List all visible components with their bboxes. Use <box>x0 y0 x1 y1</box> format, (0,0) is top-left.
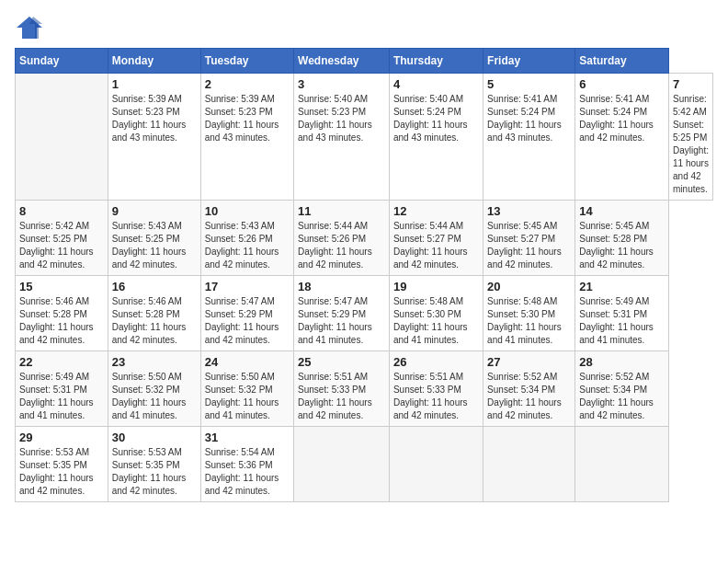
calendar-cell: 16Sunrise: 5:46 AMSunset: 5:28 PMDayligh… <box>108 276 200 351</box>
day-info: Sunrise: 5:45 AMSunset: 5:27 PMDaylight:… <box>487 220 571 271</box>
day-number: 12 <box>393 204 479 218</box>
logo <box>15 15 48 40</box>
day-info: Sunrise: 5:48 AMSunset: 5:30 PMDaylight:… <box>393 295 479 347</box>
day-number: 23 <box>112 355 197 369</box>
column-header-thursday: Thursday <box>389 49 483 74</box>
calendar-week-2: 8Sunrise: 5:42 AMSunset: 5:25 PMDaylight… <box>16 201 713 276</box>
column-header-friday: Friday <box>483 49 575 74</box>
calendar-week-1: 1Sunrise: 5:39 AMSunset: 5:23 PMDaylight… <box>16 74 713 201</box>
calendar-week-3: 15Sunrise: 5:46 AMSunset: 5:28 PMDayligh… <box>16 276 713 351</box>
column-header-wednesday: Wednesday <box>294 49 390 74</box>
calendar-cell: 17Sunrise: 5:47 AMSunset: 5:29 PMDayligh… <box>200 276 293 351</box>
column-header-sunday: Sunday <box>16 49 108 74</box>
calendar-cell: 31Sunrise: 5:54 AMSunset: 5:36 PMDayligh… <box>200 427 293 502</box>
day-number: 8 <box>19 204 104 218</box>
day-info: Sunrise: 5:53 AMSunset: 5:35 PMDaylight:… <box>112 446 197 498</box>
page-header <box>15 15 713 40</box>
calendar-cell: 21Sunrise: 5:49 AMSunset: 5:31 PMDayligh… <box>575 276 669 351</box>
day-info: Sunrise: 5:42 AMSunset: 5:25 PMDaylight:… <box>19 220 104 271</box>
day-number: 6 <box>579 77 665 91</box>
calendar-cell: 15Sunrise: 5:46 AMSunset: 5:28 PMDayligh… <box>16 276 108 351</box>
day-info: Sunrise: 5:53 AMSunset: 5:35 PMDaylight:… <box>19 446 104 498</box>
header-row: SundayMondayTuesdayWednesdayThursdayFrid… <box>16 49 713 74</box>
calendar-cell: 12Sunrise: 5:44 AMSunset: 5:27 PMDayligh… <box>389 201 483 276</box>
day-info: Sunrise: 5:44 AMSunset: 5:27 PMDaylight:… <box>393 220 479 271</box>
day-number: 19 <box>393 280 479 293</box>
day-number: 1 <box>112 77 197 91</box>
calendar-cell <box>294 427 390 502</box>
column-header-monday: Monday <box>108 49 200 74</box>
calendar-cell: 14Sunrise: 5:45 AMSunset: 5:28 PMDayligh… <box>575 201 669 276</box>
day-info: Sunrise: 5:46 AMSunset: 5:28 PMDaylight:… <box>112 295 197 347</box>
day-info: Sunrise: 5:40 AMSunset: 5:23 PMDaylight:… <box>298 93 385 144</box>
day-number: 7 <box>673 77 709 91</box>
day-info: Sunrise: 5:41 AMSunset: 5:24 PMDaylight:… <box>579 93 665 144</box>
day-number: 24 <box>205 355 290 369</box>
day-info: Sunrise: 5:43 AMSunset: 5:26 PMDaylight:… <box>205 220 290 271</box>
day-info: Sunrise: 5:51 AMSunset: 5:33 PMDaylight:… <box>298 371 385 422</box>
day-info: Sunrise: 5:43 AMSunset: 5:25 PMDaylight:… <box>112 220 197 271</box>
logo-icon <box>15 15 44 40</box>
day-number: 21 <box>579 280 665 293</box>
day-info: Sunrise: 5:45 AMSunset: 5:28 PMDaylight:… <box>579 220 665 271</box>
calendar-cell: 7Sunrise: 5:42 AMSunset: 5:25 PMDaylight… <box>669 74 713 201</box>
column-header-saturday: Saturday <box>575 49 669 74</box>
calendar-cell: 25Sunrise: 5:51 AMSunset: 5:33 PMDayligh… <box>294 351 390 427</box>
day-number: 18 <box>298 280 385 293</box>
day-number: 10 <box>205 204 290 218</box>
day-info: Sunrise: 5:49 AMSunset: 5:31 PMDaylight:… <box>579 295 665 347</box>
calendar-cell: 4Sunrise: 5:40 AMSunset: 5:24 PMDaylight… <box>389 74 483 201</box>
day-number: 2 <box>205 77 290 91</box>
calendar-cell: 6Sunrise: 5:41 AMSunset: 5:24 PMDaylight… <box>575 74 669 201</box>
day-info: Sunrise: 5:40 AMSunset: 5:24 PMDaylight:… <box>393 93 479 144</box>
calendar-cell: 5Sunrise: 5:41 AMSunset: 5:24 PMDaylight… <box>483 74 575 201</box>
calendar-cell: 11Sunrise: 5:44 AMSunset: 5:26 PMDayligh… <box>294 201 390 276</box>
calendar-cell: 20Sunrise: 5:48 AMSunset: 5:30 PMDayligh… <box>483 276 575 351</box>
calendar-cell: 3Sunrise: 5:40 AMSunset: 5:23 PMDaylight… <box>294 74 390 201</box>
calendar-cell: 8Sunrise: 5:42 AMSunset: 5:25 PMDaylight… <box>16 201 108 276</box>
day-info: Sunrise: 5:52 AMSunset: 5:34 PMDaylight:… <box>579 371 665 422</box>
column-header-tuesday: Tuesday <box>200 49 293 74</box>
day-number: 3 <box>298 77 385 91</box>
calendar-cell: 9Sunrise: 5:43 AMSunset: 5:25 PMDaylight… <box>108 201 200 276</box>
calendar-cell: 19Sunrise: 5:48 AMSunset: 5:30 PMDayligh… <box>389 276 483 351</box>
calendar-cell: 10Sunrise: 5:43 AMSunset: 5:26 PMDayligh… <box>200 201 293 276</box>
calendar-week-4: 22Sunrise: 5:49 AMSunset: 5:31 PMDayligh… <box>16 351 713 427</box>
day-number: 14 <box>579 204 665 218</box>
day-info: Sunrise: 5:42 AMSunset: 5:25 PMDaylight:… <box>673 93 709 196</box>
calendar-cell <box>575 427 669 502</box>
day-number: 16 <box>112 280 197 293</box>
day-number: 15 <box>19 280 104 293</box>
calendar-cell: 30Sunrise: 5:53 AMSunset: 5:35 PMDayligh… <box>108 427 200 502</box>
day-info: Sunrise: 5:54 AMSunset: 5:36 PMDaylight:… <box>205 446 290 498</box>
day-info: Sunrise: 5:50 AMSunset: 5:32 PMDaylight:… <box>112 371 197 422</box>
calendar-cell <box>16 74 108 201</box>
day-info: Sunrise: 5:52 AMSunset: 5:34 PMDaylight:… <box>487 371 571 422</box>
calendar-cell <box>389 427 483 502</box>
calendar-cell: 27Sunrise: 5:52 AMSunset: 5:34 PMDayligh… <box>483 351 575 427</box>
day-number: 5 <box>487 77 571 91</box>
calendar-cell: 2Sunrise: 5:39 AMSunset: 5:23 PMDaylight… <box>200 74 293 201</box>
day-number: 22 <box>19 355 104 369</box>
day-number: 9 <box>112 204 197 218</box>
calendar-cell: 29Sunrise: 5:53 AMSunset: 5:35 PMDayligh… <box>16 427 108 502</box>
day-info: Sunrise: 5:39 AMSunset: 5:23 PMDaylight:… <box>205 93 290 144</box>
calendar-cell: 28Sunrise: 5:52 AMSunset: 5:34 PMDayligh… <box>575 351 669 427</box>
calendar-table: SundayMondayTuesdayWednesdayThursdayFrid… <box>15 48 713 502</box>
calendar-cell <box>483 427 575 502</box>
day-number: 13 <box>487 204 571 218</box>
day-info: Sunrise: 5:46 AMSunset: 5:28 PMDaylight:… <box>19 295 104 347</box>
calendar-cell: 23Sunrise: 5:50 AMSunset: 5:32 PMDayligh… <box>108 351 200 427</box>
day-info: Sunrise: 5:47 AMSunset: 5:29 PMDaylight:… <box>205 295 290 347</box>
day-info: Sunrise: 5:44 AMSunset: 5:26 PMDaylight:… <box>298 220 385 271</box>
day-number: 4 <box>393 77 479 91</box>
day-number: 25 <box>298 355 385 369</box>
calendar-cell: 13Sunrise: 5:45 AMSunset: 5:27 PMDayligh… <box>483 201 575 276</box>
day-info: Sunrise: 5:50 AMSunset: 5:32 PMDaylight:… <box>205 371 290 422</box>
day-number: 11 <box>298 204 385 218</box>
day-info: Sunrise: 5:39 AMSunset: 5:23 PMDaylight:… <box>112 93 197 144</box>
day-number: 30 <box>112 431 197 444</box>
day-number: 31 <box>205 431 290 444</box>
day-info: Sunrise: 5:49 AMSunset: 5:31 PMDaylight:… <box>19 371 104 422</box>
day-number: 28 <box>579 355 665 369</box>
